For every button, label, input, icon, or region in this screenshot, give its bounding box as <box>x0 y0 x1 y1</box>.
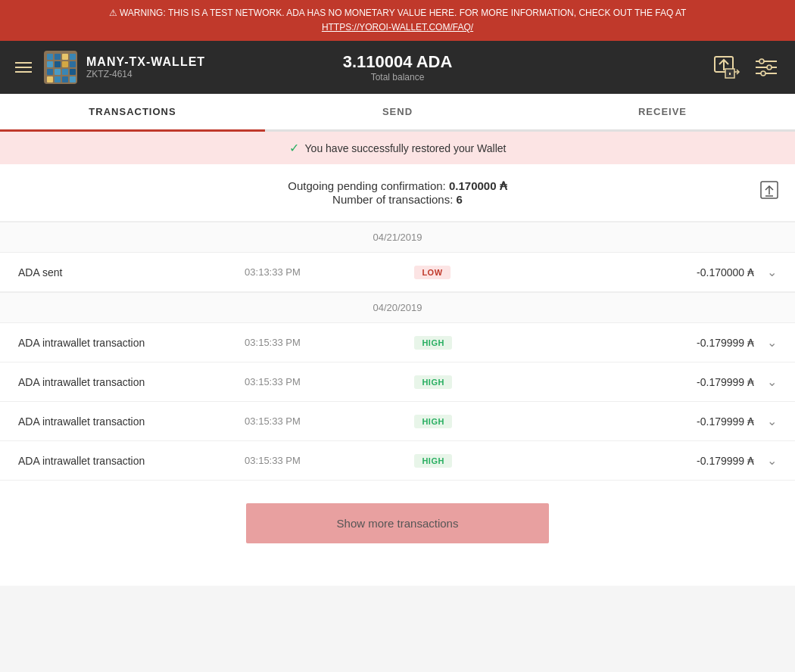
tab-receive[interactable]: RECEIVE <box>530 94 795 132</box>
tx-time: 03:15:33 PM <box>245 415 414 427</box>
date-2: 04/20/2019 <box>373 302 422 313</box>
success-message: You have successfully restored your Wall… <box>305 142 507 154</box>
tx-count-value: 6 <box>457 193 463 206</box>
table-row: ADA sent 03:13:33 PM LOW -0.170000 ₳ ⌄ <box>0 253 795 292</box>
svg-rect-14 <box>62 76 68 82</box>
svg-rect-10 <box>62 69 68 75</box>
wallet-id: ZKTZ-4614 <box>86 69 205 79</box>
expand-icon[interactable]: ⌄ <box>754 335 777 350</box>
success-banner: ✓ You have successfully restored your Wa… <box>0 132 795 164</box>
tx-time: 03:13:33 PM <box>245 266 414 278</box>
tx-type: ADA sent <box>18 266 245 278</box>
expand-icon[interactable]: ⌄ <box>754 265 777 279</box>
tx-type: ADA intrawallet transaction <box>18 337 245 349</box>
warning-icon: ⚠ <box>109 8 117 18</box>
svg-rect-0 <box>47 54 53 60</box>
badge-high: HIGH <box>414 375 452 389</box>
pending-block: Outgoing pending confirmation: 0.170000 … <box>0 164 795 222</box>
date-separator-2: 04/20/2019 <box>0 292 795 323</box>
menu-icon[interactable] <box>15 62 32 73</box>
svg-rect-15 <box>70 76 76 82</box>
svg-rect-1 <box>55 54 61 60</box>
warning-text: WARNING: THIS IS A TEST NETWORK. ADA HAS… <box>120 8 687 18</box>
svg-rect-8 <box>47 69 53 75</box>
warning-link[interactable]: HTTPS://YOROI-WALLET.COM/FAQ/ <box>322 22 473 33</box>
tx-amount: -0.170000 ₳ <box>528 266 754 278</box>
expand-icon[interactable]: ⌄ <box>754 414 777 428</box>
pending-text: Outgoing pending confirmation: 0.170000 … <box>15 179 780 193</box>
svg-rect-13 <box>55 76 61 82</box>
success-check-icon: ✓ <box>289 141 299 155</box>
tx-time: 03:15:33 PM <box>245 455 414 466</box>
table-row: ADA intrawallet transaction 03:15:33 PM … <box>0 362 795 402</box>
svg-point-20 <box>759 59 764 64</box>
svg-rect-9 <box>55 69 61 75</box>
settings-icon[interactable] <box>753 54 780 81</box>
wallet-name: MANY-TX-WALLET <box>86 55 205 69</box>
pending-amount: 0.170000 ₳ <box>449 179 507 192</box>
tx-type: ADA intrawallet transaction <box>18 455 245 467</box>
main-content: ✓ You have successfully restored your Wa… <box>0 132 795 586</box>
header-right <box>525 54 780 81</box>
svg-point-22 <box>761 71 765 76</box>
badge-high: HIGH <box>414 415 452 428</box>
svg-rect-12 <box>47 76 53 82</box>
table-row: ADA intrawallet transaction 03:15:33 PM … <box>0 441 795 481</box>
header-left: MANY-TX-WALLET ZKTZ-4614 <box>15 51 270 84</box>
svg-rect-7 <box>70 61 76 67</box>
tx-time: 03:15:33 PM <box>245 337 414 348</box>
export-icon[interactable] <box>759 179 780 205</box>
send-receive-icon[interactable] <box>713 54 740 81</box>
tx-count-text: Number of transactions: 6 <box>15 193 780 206</box>
balance-label: Total balance <box>270 72 525 82</box>
tab-transactions[interactable]: TRANSACTIONS <box>0 94 265 132</box>
svg-rect-4 <box>47 61 53 67</box>
tx-time: 03:15:33 PM <box>245 376 414 387</box>
expand-icon[interactable]: ⌄ <box>754 375 777 389</box>
badge-high: HIGH <box>414 454 452 468</box>
show-more-container: Show more transactions <box>0 481 795 566</box>
expand-icon[interactable]: ⌄ <box>754 453 777 468</box>
tx-badge: HIGH <box>414 415 528 428</box>
badge-high: HIGH <box>414 336 452 350</box>
header: MANY-TX-WALLET ZKTZ-4614 3.110004 ADA To… <box>0 41 795 94</box>
svg-rect-6 <box>62 61 68 67</box>
nav-tabs: TRANSACTIONS SEND RECEIVE <box>0 94 795 132</box>
tx-amount: -0.179999 ₳ <box>528 415 754 428</box>
tab-send[interactable]: SEND <box>265 94 530 132</box>
tx-badge: HIGH <box>414 375 528 389</box>
tx-amount: -0.179999 ₳ <box>528 455 754 467</box>
pending-label: Outgoing pending confirmation: <box>288 179 445 192</box>
table-row: ADA intrawallet transaction 03:15:33 PM … <box>0 402 795 441</box>
tx-count-label: Number of transactions: <box>332 193 453 206</box>
balance-amount: 3.110004 ADA <box>270 52 525 72</box>
svg-rect-11 <box>70 69 76 75</box>
tx-type: ADA intrawallet transaction <box>18 376 245 388</box>
tx-type: ADA intrawallet transaction <box>18 415 245 428</box>
svg-point-21 <box>767 65 772 70</box>
date-1: 04/21/2019 <box>373 232 422 243</box>
tx-badge: LOW <box>414 266 528 279</box>
tx-amount: -0.179999 ₳ <box>528 376 754 388</box>
svg-rect-5 <box>55 61 61 67</box>
show-more-transactions-button[interactable]: Show more transactions <box>246 503 549 543</box>
tx-badge: HIGH <box>414 336 528 350</box>
wallet-avatar <box>44 51 77 84</box>
svg-rect-2 <box>62 54 68 60</box>
table-row: ADA intrawallet transaction 03:15:33 PM … <box>0 323 795 362</box>
date-separator-1: 04/21/2019 <box>0 222 795 253</box>
tx-amount: -0.179999 ₳ <box>528 337 754 349</box>
tx-badge: HIGH <box>414 454 528 468</box>
warning-banner: ⚠ WARNING: THIS IS A TEST NETWORK. ADA H… <box>0 0 795 41</box>
wallet-name-block: MANY-TX-WALLET ZKTZ-4614 <box>86 55 205 79</box>
badge-low: LOW <box>414 266 450 279</box>
svg-rect-3 <box>70 54 76 60</box>
header-center: 3.110004 ADA Total balance <box>270 52 525 82</box>
